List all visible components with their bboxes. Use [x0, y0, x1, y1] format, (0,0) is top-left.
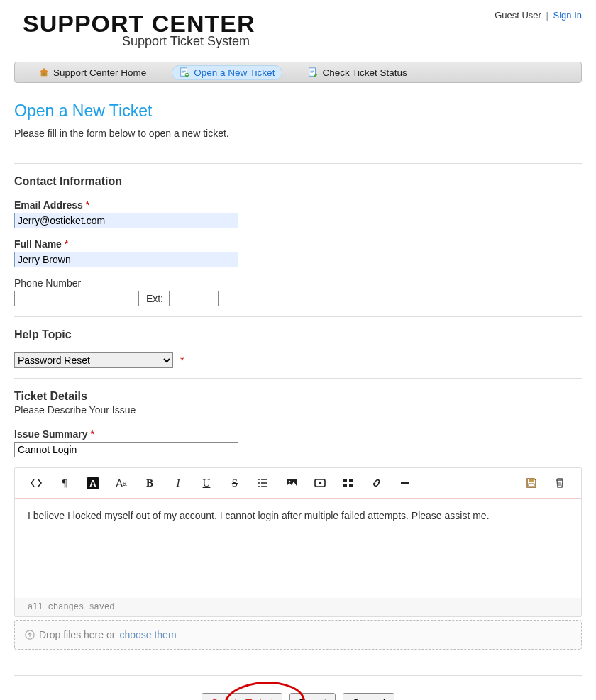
- italic-icon[interactable]: I: [164, 474, 192, 492]
- rich-text-editor: ¶ A Aa B I U S I believe I locked myself…: [14, 467, 582, 617]
- contact-heading: Contact Information: [14, 175, 582, 188]
- home-icon: [39, 67, 49, 77]
- svg-rect-10: [343, 479, 347, 482]
- divider: [14, 378, 582, 379]
- image-icon[interactable]: [277, 474, 306, 492]
- page-title: Open a New Ticket: [14, 101, 582, 121]
- svg-rect-16: [529, 484, 534, 487]
- dropzone-text: Drop files here or: [39, 629, 115, 640]
- nav-check-status-label: Check Ticket Status: [322, 67, 407, 78]
- svg-point-5: [258, 482, 260, 484]
- delete-draft-icon[interactable]: [546, 474, 574, 492]
- divider: [14, 316, 582, 317]
- cancel-button[interactable]: Cancel: [343, 693, 394, 700]
- guest-user-label: Guest User: [495, 10, 541, 21]
- nav-home[interactable]: Support Center Home: [32, 65, 153, 80]
- svg-point-4: [258, 479, 260, 480]
- action-buttons: Create Ticket Reset Cancel: [14, 693, 582, 700]
- editor-toolbar: ¶ A Aa B I U S: [15, 468, 581, 499]
- svg-point-8: [289, 481, 291, 483]
- page-intro: Please fill in the form below to open a …: [14, 128, 582, 139]
- divider: [14, 675, 582, 676]
- code-view-icon[interactable]: [22, 474, 50, 492]
- bold-icon[interactable]: B: [136, 474, 164, 492]
- user-menu: Guest User | Sign In: [495, 10, 582, 21]
- phone-ext-field[interactable]: [169, 291, 219, 306]
- new-ticket-icon: [180, 67, 189, 77]
- help-topic-heading: Help Topic: [14, 328, 582, 341]
- help-topic-select[interactable]: Password Reset: [14, 352, 173, 368]
- divider: [14, 163, 582, 164]
- nav-check-status[interactable]: Check Ticket Status: [301, 65, 414, 80]
- paragraph-icon[interactable]: ¶: [50, 474, 79, 492]
- check-status-icon: [308, 67, 318, 77]
- editor-status: all changes saved: [15, 598, 581, 616]
- svg-rect-0: [43, 73, 45, 76]
- choose-files-link[interactable]: choose them: [119, 629, 176, 640]
- editor-body[interactable]: I believe I locked myself out of my acco…: [15, 499, 581, 598]
- sign-in-link[interactable]: Sign In: [553, 10, 582, 21]
- ticket-details-subtext: Please Describe Your Issue: [14, 404, 582, 416]
- upload-icon: [25, 630, 35, 640]
- required-marker: *: [180, 355, 184, 366]
- link-icon[interactable]: [363, 474, 391, 492]
- issue-summary-field[interactable]: [14, 442, 238, 457]
- create-ticket-button[interactable]: Create Ticket: [202, 693, 282, 700]
- full-name-label: Full Name *: [14, 238, 582, 250]
- email-label: Email Address *: [14, 199, 582, 211]
- video-icon[interactable]: [306, 474, 334, 492]
- svg-rect-12: [343, 484, 347, 487]
- svg-rect-11: [349, 479, 353, 482]
- nav-new-ticket-label: Open a New Ticket: [194, 67, 275, 78]
- ticket-details-heading: Ticket Details: [14, 390, 582, 403]
- strikethrough-icon[interactable]: S: [221, 474, 249, 492]
- nav-home-label: Support Center Home: [53, 67, 146, 78]
- phone-field[interactable]: [14, 291, 139, 306]
- ext-label: Ext:: [146, 293, 163, 304]
- phone-label: Phone Number: [14, 277, 582, 289]
- table-icon[interactable]: [334, 474, 363, 492]
- issue-summary-label: Issue Summary *: [14, 428, 582, 440]
- file-dropzone[interactable]: Drop files here or choose them: [14, 620, 582, 650]
- save-draft-icon[interactable]: [517, 474, 546, 492]
- list-icon[interactable]: [249, 474, 277, 492]
- svg-rect-13: [349, 484, 353, 487]
- main-nav: Support Center Home Open a New Ticket Ch…: [14, 62, 582, 83]
- nav-new-ticket[interactable]: Open a New Ticket: [172, 65, 282, 80]
- font-color-icon[interactable]: A: [79, 474, 107, 492]
- font-size-icon[interactable]: Aa: [107, 474, 136, 492]
- email-field[interactable]: [14, 213, 238, 228]
- full-name-field[interactable]: [14, 252, 238, 267]
- underline-icon[interactable]: U: [192, 474, 221, 492]
- horizontal-rule-icon[interactable]: [391, 474, 419, 492]
- svg-point-6: [258, 486, 260, 487]
- separator: |: [546, 10, 548, 21]
- svg-rect-15: [529, 479, 534, 482]
- reset-button[interactable]: Reset: [289, 693, 336, 700]
